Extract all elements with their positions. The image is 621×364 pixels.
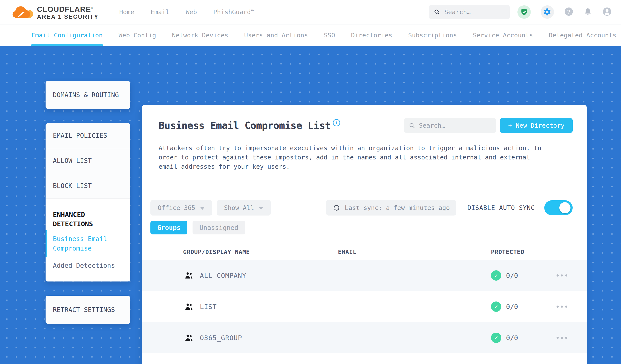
chevron-down-icon <box>259 207 263 210</box>
tab-groups[interactable]: Groups <box>150 221 187 234</box>
sidebar-item-email-policies[interactable]: EMAIL POLICIES <box>46 123 130 148</box>
tab-network-devices[interactable]: Network Devices <box>172 24 228 46</box>
col-protected: PROTECTED <box>491 249 556 255</box>
group-name: O365_GROUP <box>200 334 242 342</box>
workspace-background: DOMAINS & ROUTING EMAIL POLICIES ALLOW L… <box>0 46 621 364</box>
group-name: LIST <box>200 303 217 311</box>
tab-sso[interactable]: SSO <box>324 24 335 46</box>
brand-name: CLOUDFLARE® <box>37 4 99 13</box>
col-group-display-name: GROUP/DISPLAY NAME <box>183 249 338 255</box>
table-row[interactable]: PILOTGROUP ✓ 0/0 <box>142 353 587 364</box>
global-search[interactable] <box>429 5 510 19</box>
top-nav: Home Email Web PhishGuard™ <box>119 8 255 16</box>
tab-delegated-accounts[interactable]: Delegated Accounts <box>549 24 616 46</box>
info-icon[interactable]: i <box>333 119 340 126</box>
brand-mark: ® <box>91 6 93 10</box>
top-header: CLOUDFLARE® AREA 1 SECURITY Home Email W… <box>0 0 621 24</box>
toggle-knob <box>559 202 570 213</box>
divider <box>150 184 573 184</box>
group-icon <box>184 302 193 311</box>
show-filter-dropdown[interactable]: Show All <box>217 200 271 216</box>
col-email: EMAIL <box>338 249 491 255</box>
sidebar-item-business-email-compromise[interactable]: Business Email Compromise <box>46 230 130 257</box>
brand-subtitle: AREA 1 SECURITY <box>37 13 99 20</box>
tab-service-accounts[interactable]: Service Accounts <box>473 24 533 46</box>
table-row[interactable]: LIST ✓ 0/0 <box>142 291 587 322</box>
table-row[interactable]: O365_GROUP ✓ 0/0 <box>142 322 587 353</box>
help-icon[interactable]: ? <box>564 7 574 17</box>
tab-directories[interactable]: Directories <box>351 24 392 46</box>
shield-check-icon[interactable] <box>518 5 531 19</box>
tab-unassigned[interactable]: Unassigned <box>192 221 245 234</box>
groups-table: GROUP/DISPLAY NAME EMAIL PROTECTED ALL C… <box>142 244 587 364</box>
sidebar: DOMAINS & ROUTING EMAIL POLICIES ALLOW L… <box>46 81 130 338</box>
global-search-input[interactable] <box>444 8 505 16</box>
table-header-row: GROUP/DISPLAY NAME EMAIL PROTECTED <box>142 244 587 260</box>
row-actions-menu[interactable] <box>556 274 571 277</box>
tab-users-and-actions[interactable]: Users and Actions <box>244 24 308 46</box>
chevron-down-icon <box>200 207 205 210</box>
page-title: Business Email Compromise List <box>159 120 331 131</box>
sidebar-item-domains-routing[interactable]: DOMAINS & ROUTING <box>46 81 130 109</box>
sidebar-item-allow-list[interactable]: ALLOW LIST <box>46 148 130 173</box>
sidebar-item-retract-settings[interactable]: RETRACT SETTINGS <box>46 296 130 324</box>
tab-email-configuration[interactable]: Email Configuration <box>31 24 103 46</box>
cloudflare-cloud-icon <box>12 5 34 19</box>
group-icon <box>184 271 193 280</box>
section-nav: Email Configuration Web Config Network D… <box>0 24 621 46</box>
protected-count: 0/0 <box>506 272 518 279</box>
row-actions-menu[interactable] <box>556 306 571 308</box>
sidebar-item-block-list[interactable]: BLOCK LIST <box>46 173 130 199</box>
auto-sync-toggle[interactable] <box>544 200 573 215</box>
user-profile-icon[interactable] <box>602 7 612 17</box>
protected-check-icon: ✓ <box>491 301 501 312</box>
cloudflare-logo: CLOUDFLARE® AREA 1 SECURITY <box>12 4 99 20</box>
top-nav-web[interactable]: Web <box>186 8 197 16</box>
sidebar-item-enhanced-detections[interactable]: ENHANCED DETECTIONS <box>46 204 110 230</box>
settings-gear-icon[interactable] <box>541 5 554 19</box>
protected-check-icon: ✓ <box>491 333 501 343</box>
svg-text:?: ? <box>567 9 570 15</box>
protected-count: 0/0 <box>506 334 518 342</box>
notifications-bell-icon[interactable] <box>584 7 592 17</box>
main-card: Business Email Compromise List i + New D… <box>142 105 587 364</box>
row-actions-menu[interactable] <box>556 337 571 339</box>
tab-web-config[interactable]: Web Config <box>119 24 156 46</box>
tab-subscriptions[interactable]: Subscriptions <box>408 24 457 46</box>
disable-auto-sync-label: DISABLE AUTO SYNC <box>467 204 535 211</box>
list-search[interactable] <box>404 118 496 133</box>
group-name: ALL COMPANY <box>200 272 246 279</box>
last-sync-status[interactable]: Last sync: a few minutes ago <box>326 200 456 216</box>
group-icon <box>184 333 193 342</box>
page-description: Attackers often try to impersonate execu… <box>142 133 574 171</box>
new-directory-button[interactable]: + New Directory <box>500 118 573 133</box>
sidebar-item-added-detections[interactable]: Added Detections <box>46 257 130 274</box>
top-nav-phishguard[interactable]: PhishGuard™ <box>213 8 255 16</box>
search-icon <box>409 122 415 129</box>
refresh-icon <box>333 204 340 212</box>
search-icon <box>434 8 440 16</box>
protected-check-icon: ✓ <box>491 270 501 281</box>
list-search-input[interactable] <box>419 122 491 129</box>
directory-filter-dropdown[interactable]: Office 365 <box>150 200 212 216</box>
top-nav-home[interactable]: Home <box>119 8 134 16</box>
table-row[interactable]: ALL COMPANY ✓ 0/0 <box>142 260 587 291</box>
protected-count: 0/0 <box>506 303 518 311</box>
top-nav-email[interactable]: Email <box>151 8 169 16</box>
